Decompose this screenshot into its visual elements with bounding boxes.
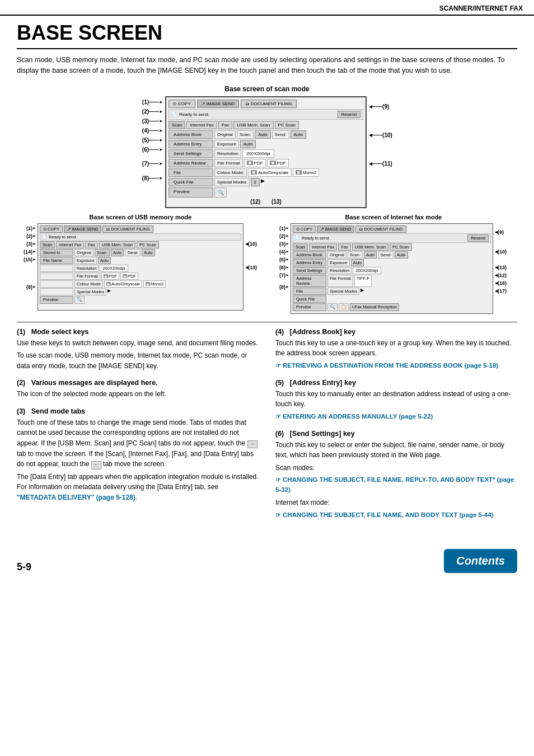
send-lbl: Send: <box>272 130 289 139</box>
arrow-icon-left: ← <box>91 461 101 469</box>
inet-address-review-btn[interactable]: Address Review <box>293 275 326 287</box>
desc-title-3: (3) Send mode tabs <box>17 407 259 415</box>
usb-stored-btn[interactable]: Stored to <box>40 249 73 256</box>
inet-address-book-btn[interactable]: Address Book <box>293 251 326 259</box>
usb-copy-tab[interactable]: ⊙COPY <box>40 226 63 233</box>
bottom-callouts-label: (12) (13) <box>168 199 363 205</box>
page-number: 5-9 <box>17 561 31 573</box>
desc-col-right: (4) [Address Book] key Touch this key to… <box>275 328 517 528</box>
desc-title-6: (6) [Send Settings] key <box>275 430 517 438</box>
document-filing-tab[interactable]: 🗂 DOCUMENT FILING <box>241 100 297 108</box>
inet-r9: ◀(9) <box>495 224 504 240</box>
inet-file-btn[interactable]: File <box>293 288 326 295</box>
callout-12: (12) <box>250 199 260 205</box>
usb-c3: (3)➤ <box>26 240 36 248</box>
usb-auto-exp: Auto <box>98 257 111 264</box>
item2-title: Various messages are displayed here. <box>31 379 158 387</box>
colour-val: ▣Auto/Greyscale <box>248 168 292 177</box>
send-settings-btn[interactable]: Send Settings <box>168 149 213 158</box>
address-review-btn[interactable]: Address Review <box>168 159 213 167</box>
item4-link[interactable]: RETRIEVING A DESTINATION FROM THE ADDRES… <box>275 361 517 371</box>
usb-fax-tab[interactable]: Fax <box>85 241 98 248</box>
fax-tab[interactable]: Fax <box>218 121 232 129</box>
file-btn[interactable]: File <box>168 168 213 177</box>
desc-title-1: (1) Mode select keys <box>17 328 259 336</box>
metadata-delivery-link[interactable]: "METADATA DELIVERY" (page 5-128) <box>17 494 135 501</box>
intro-text: Scan mode, USB memory mode, Internet fax… <box>17 55 517 76</box>
item6-num: (6) <box>275 430 284 438</box>
quick-file-btn[interactable]: Quick File <box>168 178 213 186</box>
usb-filename-btn[interactable]: File Name <box>40 257 73 264</box>
inet-copy-tab[interactable]: ⊙COPY <box>293 226 316 233</box>
preview-btn[interactable]: Preview <box>168 187 213 198</box>
item1-num: (1) <box>17 328 25 336</box>
inet-r13: ◀(13) <box>495 264 507 271</box>
usb-scan-tab[interactable]: Scan <box>40 241 55 248</box>
usb-doc-filing-tab[interactable]: 🗂DOCUMENT FILING <box>102 226 153 233</box>
callout-13: (13) <box>271 199 282 205</box>
inet-pc-scan-tab[interactable]: PC Scan <box>390 243 412 251</box>
separator <box>17 322 517 322</box>
usb-resolution-lbl2: Resolution <box>74 265 99 272</box>
inet-usb-tab[interactable]: USB Mem. Scan <box>352 243 388 251</box>
usb-mem-tab[interactable]: USB Mem. Scan <box>99 241 135 248</box>
inet-quick-file-btn[interactable]: Quick File <box>293 295 326 303</box>
page-header: SCANNER/INTERNET FAX <box>0 0 534 16</box>
item4-num: (4) <box>275 328 284 336</box>
item3-body: Touch one of these tabs to change the im… <box>17 417 259 469</box>
callout-scan-right-10: ◀(10) <box>369 116 392 154</box>
inet-special-modes: Special Modes <box>327 288 359 295</box>
desc-body-1: Use these keys to switch between copy, i… <box>17 338 259 372</box>
desc-title-2: (2) Various messages are displayed here. <box>17 379 259 387</box>
auto-lbl2: Auto <box>291 130 306 139</box>
usb-r13: ◀(13) <box>245 264 257 271</box>
inet-preview-btn[interactable]: Preview <box>293 303 326 311</box>
scan-tab[interactable]: Scan <box>168 121 185 129</box>
auto-lbl1: Auto <box>255 130 270 139</box>
copy-tab[interactable]: ⊙ COPY <box>168 100 195 108</box>
usb-empty2 <box>40 280 73 288</box>
inet-resend-btn[interactable]: Resend <box>467 234 489 242</box>
inet-auto1: Auto <box>364 251 377 259</box>
resend-btn[interactable]: Resend <box>338 111 361 118</box>
usb-image-send-tab[interactable]: ↗IMAGE SEND <box>64 226 101 233</box>
inet-doc-filing-tab[interactable]: 🗂DOCUMENT FILING <box>355 226 406 233</box>
usb-auto1: Auto <box>111 249 124 256</box>
inet-image-send-tab[interactable]: ↗IMAGE SEND <box>317 226 354 233</box>
usb-preview-btn[interactable]: Preview <box>40 296 73 304</box>
item6-link2[interactable]: CHANGING THE SUBJECT, FILE NAME, AND BOD… <box>275 510 517 520</box>
usb-mem-scan-tab[interactable]: USB Mem. Scan <box>233 121 273 129</box>
callout-scan-6: (6)➤ <box>142 145 163 154</box>
pc-scan-tab[interactable]: PC Scan <box>275 121 299 129</box>
inet-internet-fax-tab[interactable]: Internet Fax <box>309 243 337 251</box>
internet-fax-tab[interactable]: Internet Fax <box>186 121 217 129</box>
inet-scan-tab[interactable]: Scan <box>293 243 308 251</box>
usb-mode-label: Base screen of USB memory mode <box>17 214 264 220</box>
usb-empty3 <box>40 288 73 295</box>
item4-title: [Address Book] key <box>290 328 355 336</box>
item6-title: [Send Settings] key <box>290 430 355 438</box>
inet-manual-reception-btn[interactable]: I-Fax Manual Reception <box>350 303 399 311</box>
inet-send-settings-btn[interactable]: Send Settings <box>293 267 326 274</box>
item6-link1[interactable]: CHANGING THE SUBJECT, FILE NAME, REPLY-T… <box>275 475 517 495</box>
item5-link[interactable]: ENTERING AN ADDRESS MANUALLY (page 5-22) <box>275 412 517 422</box>
contents-button[interactable]: Contents <box>444 549 517 573</box>
callout-scan-3: (3)➤ <box>142 116 163 126</box>
address-book-btn[interactable]: Address Book <box>168 130 213 139</box>
inet-c1: (1)➤ <box>279 224 289 232</box>
inet-fax-tab[interactable]: Fax <box>338 243 351 251</box>
image-send-tab[interactable]: ↗ IMAGE SEND <box>197 100 239 108</box>
page-title: BASE SCREEN <box>17 21 517 49</box>
inet-address-entry-btn[interactable]: Address Entry <box>293 259 326 266</box>
desc-body-2: The icon of the selected mode appears on… <box>17 389 259 400</box>
file-format-val1: ▣PDF <box>244 159 266 167</box>
inet-r10: ◀(10) <box>495 240 507 264</box>
inet-c2: (2)➤ <box>279 232 289 240</box>
desc-item-2: (2) Various messages are displayed here.… <box>17 379 259 400</box>
usb-internet-fax-tab[interactable]: Internet Fax <box>56 241 84 248</box>
usb-pc-scan-tab[interactable]: PC Scan <box>137 241 159 248</box>
item5-title: [Address Entry] key <box>290 379 356 387</box>
address-entry-btn[interactable]: Address Entry <box>168 140 213 148</box>
special-modes-icon: ▶ <box>261 178 265 186</box>
usb-c2: (2)➤ <box>26 232 36 240</box>
